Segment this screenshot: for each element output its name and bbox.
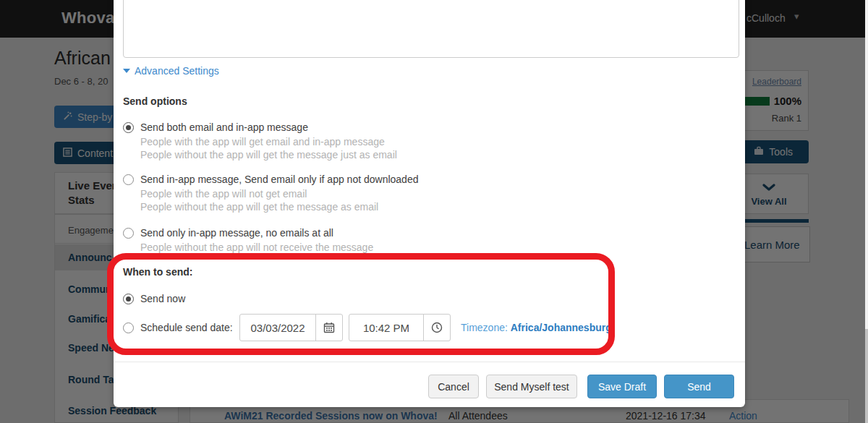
send-now-label: Send now [140,293,185,304]
send-button[interactable]: Send [664,375,734,398]
modal-footer: Cancel Send Myself test Save Draft Send [114,375,734,398]
time-value[interactable]: 10:42 PM [349,315,423,341]
radio-schedule-send[interactable] [123,322,134,333]
send-announcement-modal: Advanced Settings Send options Send both… [114,0,745,407]
option-send-now[interactable]: Send now [123,293,185,304]
modal-footer-divider [114,362,745,362]
radio-send-both[interactable] [123,122,134,133]
when-to-send-title: When to send: [123,266,192,278]
option-send-inapp-fallback-email[interactable]: Send in-app message, Send email only if … [123,174,418,214]
send-options-title: Send options [123,95,187,107]
send-myself-test-button[interactable]: Send Myself test [486,375,577,398]
option-descriptions: People with the app will get email and i… [140,136,397,161]
option-label: Send in-app message, Send email only if … [140,174,418,186]
option-send-inapp-only[interactable]: Send only in-app message, no emails at a… [123,227,373,255]
radio-send-now[interactable] [123,294,134,304]
option-label: Send both email and in-app message [140,121,397,134]
radio-send-inapp-only[interactable] [123,228,134,239]
radio-send-inapp-fallback-email[interactable] [123,174,134,185]
calendar-icon[interactable] [315,315,342,341]
date-value[interactable]: 03/03/2022 [240,315,315,341]
cancel-button[interactable]: Cancel [428,375,479,398]
advanced-settings-toggle[interactable]: Advanced Settings [123,65,219,77]
clock-icon[interactable] [423,315,450,341]
timezone-value-link[interactable]: Africa/Johannesburg [511,322,612,333]
option-label: Send only in-app message, no emails at a… [140,227,373,239]
option-descriptions: People with the app will not get email P… [140,188,418,213]
save-draft-button[interactable]: Save Draft [587,375,657,398]
timezone-label: Timezone: [461,322,508,333]
schedule-send-label: Schedule send date: [140,322,234,333]
announcement-message-textarea[interactable] [123,0,739,58]
date-picker[interactable]: 03/03/2022 [239,314,343,341]
option-send-both[interactable]: Send both email and in-app message Peopl… [123,121,397,162]
advanced-settings-label: Advanced Settings [135,65,219,77]
caret-down-icon [123,69,130,73]
option-schedule-send: Schedule send date: 03/03/2022 10:42 PM … [123,314,612,341]
time-picker[interactable]: 10:42 PM [349,314,451,341]
page-scrollbar-thumb[interactable] [865,329,868,423]
option-descriptions: People without the app will not receive … [140,242,373,254]
timezone: Timezone: Africa/Johannesburg [461,322,612,333]
